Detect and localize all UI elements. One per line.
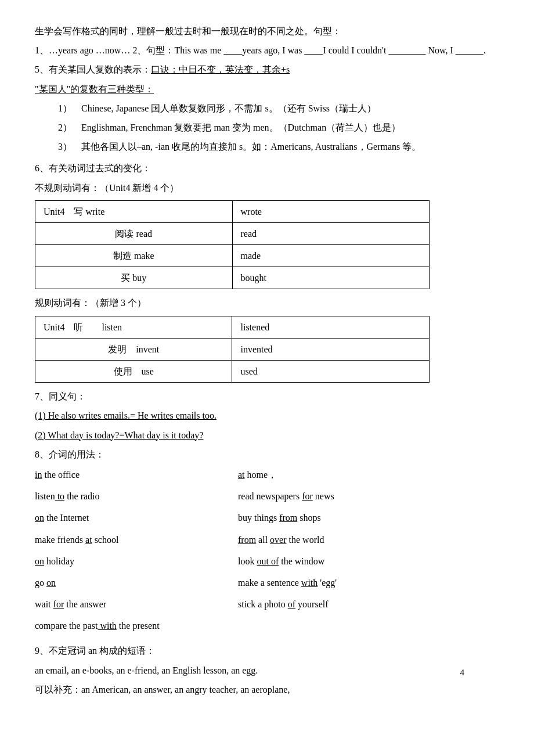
prep-left-5: on holiday [35,552,238,570]
table-row: 阅读 read read [35,222,430,244]
section7-title-span: 7、同义句： [35,391,86,401]
irregular-right-4: bought [232,267,430,289]
regular-verbs-table: Unit4 听 listen listened 发明 invent invent… [35,316,430,383]
prep-right-4: from all over the world [238,531,441,549]
prep-right-6: make a sentence with 'egg' [238,574,441,592]
sentence-pattern-span: 1、…years ago …now… 2、句型：This was me ____… [35,45,486,55]
regular-left-1: Unit4 听 listen [35,316,232,338]
section9-line1-span: an email, an e-books, an e-friend, an En… [35,665,258,675]
prep-right-7: stick a photo of yourself [238,595,441,613]
irregular-left-3: 制造 make [35,245,233,267]
section5-title: 5、有关某国人复数的表示：口诀：中日不变，英法变，其余+s [35,62,499,77]
section5-sub-span: "某国人"的复数有三种类型： [35,84,154,94]
section9-line2-span: 可以补充：an American, an answer, an angry te… [35,685,290,694]
irregular-right-2: read [232,222,430,244]
intro-text-span: 生学会写作格式的同时，理解一般过去时和一般现在时的不同之处。句型： [35,26,341,36]
irregular-right-3: made [232,245,430,267]
section6-title-span: 6、有关动词过去式的变化： [35,163,151,173]
irregular-left-1: Unit4 写 write [35,200,233,222]
synonym-1-span: (1) He also writes emails.= He writes em… [35,411,217,420]
section8-title-span: 8、介词的用法： [35,449,104,459]
prep-left-8: compare the past with the present [35,617,441,635]
section8-title: 8、介词的用法： [35,447,499,462]
irregular-right-1: wrote [232,200,430,222]
prep-left-4: make friends at school [35,531,238,549]
irregular-note-span: 不规则动词有：（Unit4 新增 4 个） [35,183,179,193]
section9-title-span: 9、不定冠词 an 构成的短语： [35,646,155,656]
table-row: 使用 use used [35,361,430,383]
regular-left-2: 发明 invent [35,338,232,360]
irregular-left-2: 阅读 read [35,222,233,244]
synonym-1: (1) He also writes emails.= He writes em… [35,408,499,423]
irregular-left-4: 买 buy [35,267,233,289]
section9-line2: 可以补充：an American, an answer, an angry te… [35,682,499,697]
regular-right-3: used [232,361,430,383]
regular-right-2: invented [232,338,430,360]
table-row: 制造 make made [35,245,430,267]
section5-item-3: 3） 其他各国人以–an, -ian 收尾的均直接加 s。如：Americans… [58,139,499,154]
section5-items: 1） Chinese, Japanese 国人单数复数同形，不需加 s。（还有 … [35,100,499,155]
regular-note-span: 规则动词有：（新增 3 个） [35,298,146,308]
table-row: 买 buy bought [35,267,430,289]
prep-left-1: in the office [35,466,238,484]
synonym-2-span: (2) What day is today?=What day is it to… [35,430,203,440]
prep-left-7: wait for the answer [35,595,238,613]
sentence-pattern: 1、…years ago …now… 2、句型：This was me ____… [35,42,499,58]
table-row: Unit4 听 listen listened [35,316,430,338]
section5-item-2: 2） Englishman, Frenchman 复数要把 man 变为 men… [58,120,499,135]
irregular-verbs-table: Unit4 写 write wrote 阅读 read read 制造 make… [35,200,430,290]
section6-title: 6、有关动词过去式的变化： [35,160,499,176]
section5-item-1: 1） Chinese, Japanese 国人单数复数同形，不需加 s。（还有 … [58,100,499,116]
section5-sub: "某国人"的复数有三种类型： [35,81,499,97]
prep-right-1: at home， [238,466,441,484]
irregular-note: 不规则动词有：（Unit4 新增 4 个） [35,180,499,196]
regular-note: 规则动词有：（新增 3 个） [35,295,499,311]
synonym-2: (2) What day is today?=What day is it to… [35,427,499,443]
prep-left-2: listen to the radio [35,487,238,505]
page-number: 4 [460,665,465,681]
prep-right-3: buy things from shops [238,509,441,527]
regular-right-1: listened [232,316,430,338]
section9-line1: an email, an e-books, an e-friend, an En… [35,663,499,678]
page-number-span: 4 [460,668,465,677]
section9-title: 9、不定冠词 an 构成的短语： [35,643,499,658]
prep-left-3: on the Internet [35,509,238,527]
section5-title-span: 5、有关某国人复数的表示：口诀：中日不变，英法变，其余+s [35,64,290,74]
prep-right-5: look out of the window [238,552,441,570]
regular-left-3: 使用 use [35,361,232,383]
prepositions-grid: in the office at home， listen to the rad… [35,466,441,639]
intro-text: 生学会写作格式的同时，理解一般过去时和一般现在时的不同之处。句型： [35,23,499,39]
table-row: Unit4 写 write wrote [35,200,430,222]
section7-title: 7、同义句： [35,388,499,404]
table-row: 发明 invent invented [35,338,430,360]
prep-left-6: go on [35,574,238,592]
prep-right-2: read newspapers for news [238,487,441,505]
